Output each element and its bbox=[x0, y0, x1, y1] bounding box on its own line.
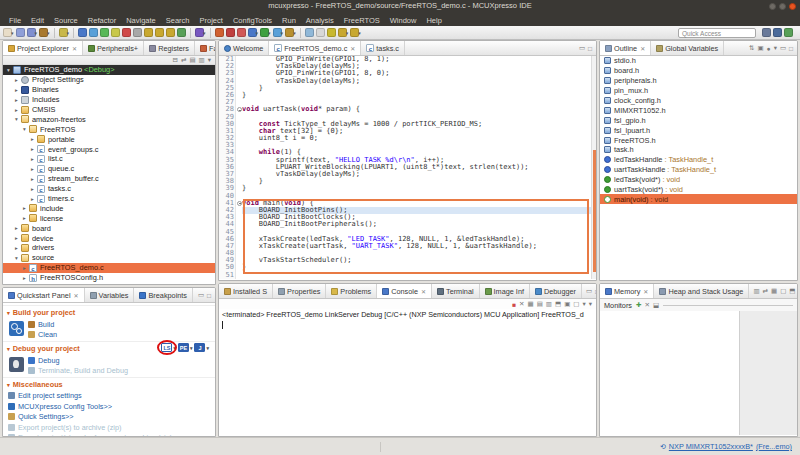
probe-button-pe[interactable]: PE▾ bbox=[178, 343, 193, 352]
expander-icon[interactable]: ▸ bbox=[13, 225, 20, 231]
expander-icon[interactable]: ▾ bbox=[13, 255, 20, 261]
menu-window[interactable]: Window bbox=[385, 16, 422, 25]
code-line-37[interactable]: 37 vTaskDelay(delayMs); bbox=[219, 171, 596, 178]
tree-item-portable[interactable]: ▸portable bbox=[3, 134, 215, 144]
editor-tab-welcome[interactable]: Welcome bbox=[219, 41, 269, 55]
memory-tab-heap-and-stack-usage[interactable]: Heap and Stack Usage bbox=[654, 284, 749, 298]
profile-icon[interactable]: ▾ bbox=[195, 28, 206, 37]
probe-dropdown-icon[interactable]: ▾ bbox=[206, 345, 209, 351]
probe-button-j[interactable]: J▾ bbox=[194, 343, 209, 352]
build-icon[interactable]: ▾ bbox=[39, 28, 50, 37]
tree-item-freertosconfig-h[interactable]: ▸FreeRTOSConfig.h bbox=[3, 273, 215, 283]
run-icon[interactable]: ▾ bbox=[260, 28, 271, 37]
quickstart-tab-breakpoints[interactable]: Breakpoints bbox=[134, 288, 193, 302]
add-rendering-icon[interactable]: ▦ bbox=[771, 287, 777, 295]
minimize-view-icon[interactable]: ▭ bbox=[579, 44, 585, 52]
tree-item-event-groups-c[interactable]: ▸event_groups.c bbox=[3, 144, 215, 154]
minimize-window-icon[interactable] bbox=[769, 3, 776, 10]
resume-icon[interactable] bbox=[100, 28, 109, 37]
expander-icon[interactable]: ▾ bbox=[13, 116, 20, 122]
probe-button-ls[interactable]: LS▾ bbox=[161, 343, 176, 352]
outline-item-fsl-gpio-h[interactable]: fsl_gpio.h bbox=[600, 115, 797, 125]
outline-item-main-void[interactable]: main(void) : void bbox=[600, 194, 797, 204]
explorer-tab-registers[interactable]: Registers bbox=[144, 41, 195, 55]
tree-item-freertos-demo-c[interactable]: ▸FreeRTOS_demo.c bbox=[3, 263, 215, 273]
tree-item-cmsis[interactable]: ▸CMSIS bbox=[3, 105, 215, 115]
outline-item-ledtask-void[interactable]: ledTask(void*) : void bbox=[600, 175, 797, 185]
console-tab-properties[interactable]: Properties bbox=[273, 284, 326, 298]
dropdown-arrow-icon[interactable]: ▾ bbox=[281, 30, 284, 36]
outline-item-fsl-lpuart-h[interactable]: fsl_lpuart.h bbox=[600, 125, 797, 135]
step-over-icon[interactable] bbox=[155, 28, 164, 37]
new-memory-view-icon[interactable]: ▥ bbox=[753, 287, 759, 295]
minimize-view-icon[interactable]: ▭ bbox=[586, 287, 592, 295]
display-selected-console-icon[interactable]: ▢ bbox=[573, 300, 579, 308]
menu-run[interactable]: Run bbox=[277, 16, 301, 25]
menu-configtools[interactable]: ConfigTools bbox=[228, 16, 277, 25]
open-perspective-icon[interactable] bbox=[762, 28, 771, 37]
explorer-tab-peripherals[interactable]: Peripherals+ bbox=[83, 41, 144, 55]
new-icon[interactable]: ▾ bbox=[3, 28, 14, 37]
menu-refactor[interactable]: Refactor bbox=[83, 16, 121, 25]
tree-item-license[interactable]: ▸license bbox=[3, 213, 215, 223]
dropdown-arrow-icon[interactable]: ▾ bbox=[203, 30, 206, 36]
expander-icon[interactable]: ▸ bbox=[29, 186, 36, 192]
scroll-lock-icon[interactable]: ▥ bbox=[546, 300, 552, 308]
dropdown-arrow-icon[interactable]: ▾ bbox=[346, 30, 349, 36]
add-monitor-icon[interactable]: ✚ bbox=[636, 301, 641, 309]
menu-navigate[interactable]: Navigate bbox=[121, 16, 161, 25]
menu-freertos[interactable]: FreeRTOS bbox=[339, 16, 385, 25]
section-collapse-icon[interactable]: ▾ bbox=[7, 382, 10, 388]
code-editor[interactable]: 21 GPIO_PinWrite(GPIO1, 8, 1);22 vTaskDe… bbox=[219, 56, 596, 279]
dropdown-arrow-icon[interactable]: ▾ bbox=[47, 30, 50, 36]
terminate-icon[interactable]: ■ bbox=[512, 301, 516, 308]
close-tab-icon[interactable]: ✕ bbox=[72, 45, 77, 52]
maximize-view-icon[interactable]: □ bbox=[588, 45, 592, 52]
expander-icon[interactable]: ▸ bbox=[21, 275, 28, 281]
minimize-view-icon[interactable]: ▭ bbox=[780, 44, 786, 52]
dropdown-arrow-icon[interactable]: ▾ bbox=[35, 30, 38, 36]
peripherals-tool-icon[interactable]: ▾ bbox=[248, 28, 259, 37]
menu-help[interactable]: Help bbox=[421, 16, 446, 25]
tree-item-project-settings[interactable]: ▸Project Settings bbox=[3, 75, 215, 85]
editor-tab-freertos-demo-c[interactable]: FreeRTOS_demo.c✕ bbox=[269, 41, 361, 55]
expander-icon[interactable]: ▸ bbox=[29, 156, 36, 162]
quick-access-box[interactable]: Quick Access bbox=[678, 28, 756, 38]
outline-item-mimxrt1052-h[interactable]: MIMXRT1052.h bbox=[600, 105, 797, 115]
code-line-44[interactable]: 44 BOARD_InitBootPeripherals(); bbox=[219, 221, 596, 228]
link-memory-icon[interactable]: ⇄ bbox=[763, 287, 768, 295]
clear-console-icon[interactable]: ▤ bbox=[537, 300, 543, 308]
active-project-link[interactable]: (Fre...emo) bbox=[756, 442, 792, 451]
close-window-icon[interactable] bbox=[789, 3, 796, 10]
tree-item-list-c[interactable]: ▸list.c bbox=[3, 154, 215, 164]
tree-item-source[interactable]: ▾source bbox=[3, 253, 215, 263]
menu-search[interactable]: Search bbox=[161, 16, 195, 25]
step-return-icon[interactable] bbox=[166, 28, 175, 37]
fold-collapse-icon[interactable] bbox=[237, 107, 242, 112]
quickstart-tab-quickstart-panel[interactable]: Quickstart Panel✕ bbox=[3, 288, 85, 302]
expander-icon[interactable]: ▾ bbox=[5, 67, 12, 73]
debug-perspective-icon[interactable] bbox=[784, 28, 793, 37]
code-line-26[interactable]: 26} bbox=[219, 92, 596, 99]
pin-console-icon[interactable]: ▣ bbox=[564, 300, 570, 308]
link-quick-settings[interactable]: Quick Settings>> bbox=[8, 412, 211, 421]
tree-item-includes[interactable]: ▸Includes bbox=[3, 95, 215, 105]
console-tab-problems[interactable]: Problems bbox=[326, 284, 377, 298]
expander-icon[interactable]: ▸ bbox=[13, 107, 20, 113]
target-device-link[interactable]: NXP MIMXRT1052xxxxB* bbox=[669, 442, 753, 451]
expander-icon[interactable]: ▸ bbox=[13, 235, 20, 241]
code-line-24[interactable]: 24 vTaskDelay(delayMs); bbox=[219, 78, 596, 85]
dropdown-arrow-icon[interactable]: ▾ bbox=[11, 30, 14, 36]
pins-tool-icon[interactable] bbox=[226, 28, 235, 37]
outline-item-pin-mux-h[interactable]: pin_mux.h bbox=[600, 86, 797, 96]
code-line-38[interactable]: 38 } bbox=[219, 178, 596, 185]
outline-item-board-h[interactable]: board.h bbox=[600, 66, 797, 76]
close-tab-icon[interactable]: ✕ bbox=[640, 45, 645, 52]
tree-item-board[interactable]: ▸board bbox=[3, 223, 215, 233]
expander-icon[interactable]: ▸ bbox=[13, 87, 20, 93]
link-mcuxpresso-config-tools[interactable]: MCUXpresso Config Tools>> bbox=[8, 402, 211, 411]
clocks-tool-icon[interactable] bbox=[237, 28, 246, 37]
step-into-icon[interactable] bbox=[144, 28, 153, 37]
expander-icon[interactable]: ▸ bbox=[13, 245, 20, 251]
tree-item-amazon-freertos[interactable]: ▾amazon-freertos bbox=[3, 114, 215, 124]
